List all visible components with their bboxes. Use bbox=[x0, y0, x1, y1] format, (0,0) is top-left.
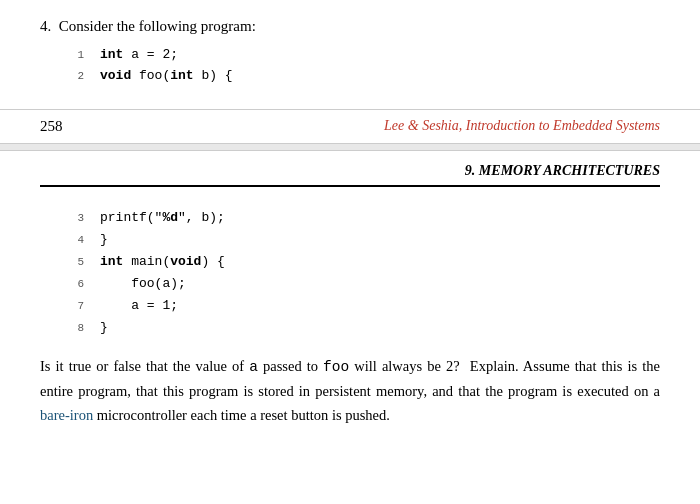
code-line-5: 5 int main(void) { bbox=[60, 251, 660, 273]
keyword-int-param: int bbox=[170, 68, 193, 83]
code-content-4: } bbox=[100, 229, 108, 251]
code-line-4: 4 } bbox=[60, 229, 660, 251]
question-number: 4. bbox=[40, 18, 51, 34]
line-number-2: 2 bbox=[60, 68, 84, 86]
code-line-1: 1 int a = 2; bbox=[60, 45, 660, 66]
line-number-5: 5 bbox=[60, 253, 84, 272]
line-number-8: 8 bbox=[60, 319, 84, 338]
question-body-text: Is it true or false that the value of a … bbox=[40, 355, 660, 428]
code-block-top: 1 int a = 2; 2 void foo(int b) { bbox=[60, 45, 660, 87]
code-content-8: } bbox=[100, 317, 108, 339]
code-content-7: a = 1; bbox=[100, 295, 178, 317]
inline-var-a: a bbox=[249, 359, 258, 375]
code-line-8: 8 } bbox=[60, 317, 660, 339]
page-top-section: 4. Consider the following program: 1 int… bbox=[0, 0, 700, 99]
question-intro: Consider the following program: bbox=[59, 18, 256, 34]
chapter-title: 9. MEMORY ARCHITECTURES bbox=[465, 163, 660, 179]
page-bottom-section: 9. MEMORY ARCHITECTURES 3 printf("%d", b… bbox=[0, 151, 700, 448]
inline-func-foo: foo bbox=[323, 359, 349, 375]
line-number-1: 1 bbox=[60, 47, 84, 65]
page-footer-top: 258 Lee & Seshia, Introduction to Embedd… bbox=[0, 109, 700, 143]
page-number: 258 bbox=[40, 118, 63, 135]
code-line-6: 6 foo(a); bbox=[60, 273, 660, 295]
code-content-2: void foo(int b) { bbox=[100, 66, 233, 87]
code-line-3: 3 printf("%d", b); bbox=[60, 207, 660, 229]
question-header: 4. Consider the following program: bbox=[40, 18, 660, 35]
code-content-5: int main(void) { bbox=[100, 251, 225, 273]
code-line-2: 2 void foo(int b) { bbox=[60, 66, 660, 87]
code-line-7: 7 a = 1; bbox=[60, 295, 660, 317]
line-number-7: 7 bbox=[60, 297, 84, 316]
code-block-bottom: 3 printf("%d", b); 4 } 5 int main(void) … bbox=[60, 207, 660, 340]
keyword-void-main: void bbox=[170, 254, 201, 269]
keyword-int: int bbox=[100, 47, 123, 62]
line-number-4: 4 bbox=[60, 231, 84, 250]
keyword-void: void bbox=[100, 68, 131, 83]
bare-iron-link[interactable]: bare-iron bbox=[40, 407, 93, 423]
page-divider bbox=[0, 143, 700, 151]
keyword-int-main: int bbox=[100, 254, 123, 269]
code-content-1: int a = 2; bbox=[100, 45, 178, 66]
footer-title: Lee & Seshia, Introduction to Embedded S… bbox=[384, 118, 660, 134]
chapter-header: 9. MEMORY ARCHITECTURES bbox=[40, 151, 660, 187]
code-content-6: foo(a); bbox=[100, 273, 186, 295]
line-number-3: 3 bbox=[60, 209, 84, 228]
code-content-3: printf("%d", b); bbox=[100, 207, 225, 229]
line-number-6: 6 bbox=[60, 275, 84, 294]
